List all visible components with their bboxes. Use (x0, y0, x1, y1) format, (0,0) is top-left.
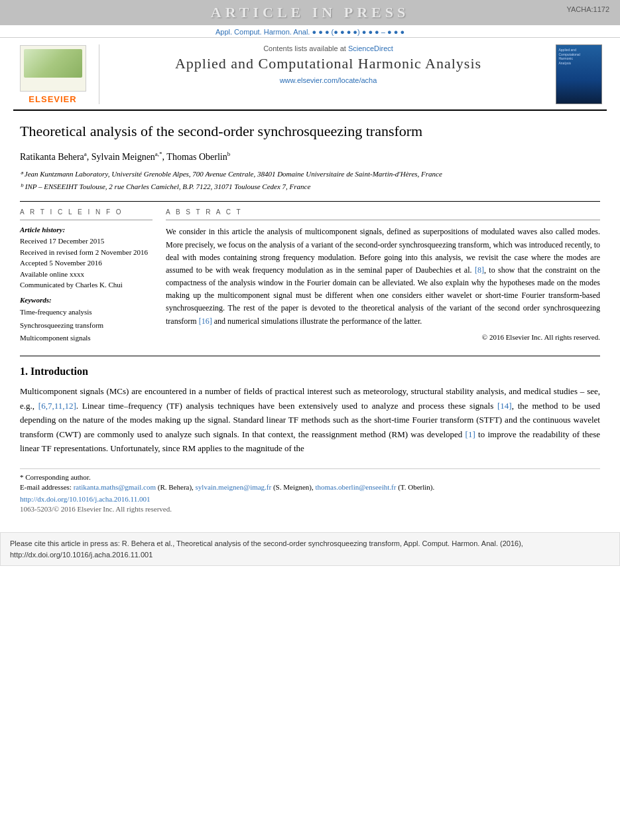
article-info-column: A R T I C L E I N F O Article history: R… (20, 208, 153, 345)
elsevier-logo-image (20, 45, 86, 92)
abstract-rule (166, 220, 600, 220)
available-date: Available online xxxx (20, 269, 153, 280)
journal-header: ELSEVIER Contents lists available at Sci… (13, 38, 607, 111)
article-history-block: Article history: Received 17 December 20… (20, 226, 153, 291)
article-info-header: A R T I C L E I N F O (20, 208, 153, 216)
author3-name: Thomas Oberlin (166, 151, 227, 161)
keyword-3: Multicomponent signals (20, 332, 153, 345)
email-link-1[interactable]: ratikanta.maths@gmail.com (74, 483, 156, 491)
affiliation-b: ᵇ INP – ENSEEIHT Toulouse, 2 rue Charles… (20, 181, 600, 192)
copyright-line: © 2016 Elsevier Inc. All rights reserved… (166, 333, 600, 341)
affiliation-a: ᵃ Jean Kuntzmann Laboratory, Université … (20, 169, 600, 180)
intro-paragraph-1: Multicomponent signals (MCs) are encount… (20, 384, 600, 455)
citation-footer-text: Please cite this article in press as: R.… (10, 539, 523, 559)
paper-title: Theoretical analysis of the second-order… (20, 121, 600, 141)
keyword-2: Synchrosqueezing transform (20, 319, 153, 332)
author2-sup: a,* (155, 151, 162, 157)
history-label: Article history: (20, 226, 153, 234)
journal-name: Applied and Computational Harmonic Analy… (113, 55, 544, 72)
citation-footer: Please cite this article in press as: R.… (0, 532, 620, 566)
affiliations: ᵃ Jean Kuntzmann Laboratory, Université … (20, 169, 600, 192)
article-in-press-banner: ARTICLE IN PRESS YACHA:1172 (0, 0, 620, 25)
banner-title: ARTICLE IN PRESS (211, 4, 409, 21)
abstract-header: A B S T R A C T (166, 208, 600, 216)
revised-date: Received in revised form 2 November 2016 (20, 247, 153, 258)
ref-6711[interactable]: [6,7,11,12] (38, 401, 76, 411)
accepted-date: Accepted 5 November 2016 (20, 257, 153, 269)
abstract-column: A B S T R A C T We consider in this arti… (166, 208, 600, 345)
email-link-2[interactable]: sylvain.meignen@imag.fr (196, 483, 272, 491)
subtitle-text: Appl. Comput. Harmon. Anal. ● ● ● (● ● ●… (216, 28, 404, 36)
cover-image: Applied andComputationalHarmonicAnalysis (556, 44, 602, 104)
doi-link[interactable]: http://dx.doi.org/10.1016/j.acha.2016.11… (20, 495, 600, 503)
subtitle-bar: Appl. Comput. Harmon. Anal. ● ● ● (● ● ●… (0, 25, 620, 38)
author2-name: Sylvain Meignen (92, 151, 155, 161)
email-addresses-line: E-mail addresses: ratikanta.maths@gmail.… (20, 483, 600, 491)
cover-text: Applied andComputationalHarmonicAnalysis (559, 48, 580, 65)
section-divider-intro (20, 356, 600, 356)
abstract-text: We consider in this article the analysis… (166, 226, 600, 328)
journal-title-block: Contents lists available at ScienceDirec… (106, 44, 550, 104)
issn-line: 1063-5203/© 2016 Elsevier Inc. All right… (20, 505, 600, 513)
article-info-abstract-columns: A R T I C L E I N F O Article history: R… (20, 208, 600, 345)
ref-14[interactable]: [14] (497, 401, 512, 411)
journal-cover: Applied andComputationalHarmonicAnalysis (550, 44, 607, 104)
author3-sup: b (227, 151, 231, 157)
received-date: Received 17 December 2015 (20, 236, 153, 247)
main-content: Theoretical analysis of the second-order… (20, 111, 600, 525)
abstract-ref8[interactable]: [8] (475, 265, 484, 275)
elsevier-logo: ELSEVIER (13, 44, 99, 104)
corresponding-author-note: * Corresponding author. (20, 473, 600, 481)
sciencedirect-link[interactable]: ScienceDirect (348, 44, 393, 52)
section-divider-top (20, 201, 600, 202)
communicated-by: Communicated by Charles K. Chui (20, 279, 153, 291)
email-link-3[interactable]: thomas.oberlin@enseeiht.fr (316, 483, 397, 491)
keywords-label: Keywords: (20, 296, 153, 304)
footnotes-area: * Corresponding author. E-mail addresses… (20, 468, 600, 513)
keywords-block: Keywords: Time-frequency analysis Synchr… (20, 296, 153, 345)
journal-url[interactable]: www.elsevier.com/locate/acha (113, 76, 544, 84)
keyword-1: Time-frequency analysis (20, 306, 153, 319)
contents-available-line: Contents lists available at ScienceDirec… (113, 44, 544, 52)
author1-name: Ratikanta Behera (20, 151, 84, 161)
yacha-code: YACHA:1172 (566, 5, 609, 13)
elsevier-wordmark: ELSEVIER (29, 94, 76, 104)
intro-heading: 1. Introduction (20, 366, 600, 378)
author1-sup: a (84, 151, 87, 157)
ref-1[interactable]: [1] (465, 429, 475, 439)
authors-line: Ratikanta Beheraa, Sylvain Meignena,*, T… (20, 151, 600, 163)
abstract-ref16[interactable]: [16] (199, 316, 212, 326)
info-rule (20, 220, 153, 220)
